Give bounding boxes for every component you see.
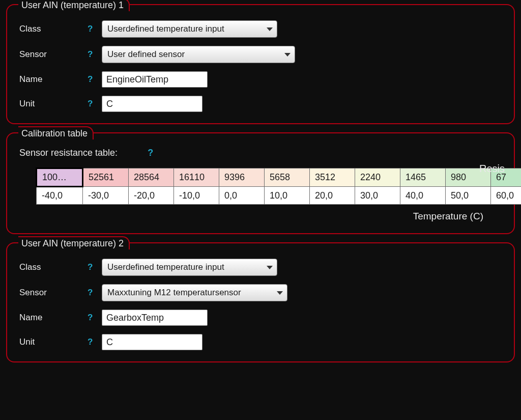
resistance-cell[interactable]: 100… xyxy=(37,169,83,187)
user-ain-temperature-2-panel: User AIN (temperature) 2 Class ? Userdef… xyxy=(6,242,515,362)
resistance-cell[interactable]: 5658 xyxy=(265,169,310,187)
class-select-value: Userdefined temperature input xyxy=(107,24,224,34)
help-icon[interactable]: ? xyxy=(88,313,95,323)
chevron-down-icon xyxy=(284,53,291,57)
temperature-cell[interactable]: 60,0 xyxy=(491,187,522,205)
sensor-row: Sensor ? Maxxtuning M12 temperatursensor xyxy=(19,284,502,301)
panel-legend: User AIN (temperature) 1 xyxy=(18,0,130,11)
sensor-resistance-table-label: Sensor resistance table: ? xyxy=(19,148,502,158)
help-icon[interactable]: ? xyxy=(88,337,95,347)
chevron-down-icon xyxy=(267,266,273,269)
temperature-cell[interactable]: -30,0 xyxy=(83,187,129,205)
sensor-resistance-table[interactable]: 100… 52561 28564 16110 9396 5658 3512 22… xyxy=(36,167,521,205)
unit-label: Unit xyxy=(19,99,80,109)
class-row: Class ? Userdefined temperature input xyxy=(19,20,502,38)
help-icon[interactable]: ? xyxy=(88,74,95,85)
resistance-cell[interactable]: 9396 xyxy=(219,169,265,187)
user-ain-temperature-1-panel: User AIN (temperature) 1 Class ? Userdef… xyxy=(6,4,515,124)
resistance-row: 100… 52561 28564 16110 9396 5658 3512 22… xyxy=(37,169,522,187)
panel-legend: User AIN (temperature) 2 xyxy=(18,236,130,249)
temperature-cell[interactable]: 10,0 xyxy=(265,187,310,205)
sensor-row: Sensor ? User defined sensor xyxy=(19,46,502,63)
resistance-cell[interactable]: 2240 xyxy=(355,169,400,187)
temperature-cell[interactable]: -20,0 xyxy=(129,187,174,205)
resistance-cell[interactable]: 1465 xyxy=(400,169,446,187)
class-select[interactable]: Userdefined temperature input xyxy=(102,20,277,38)
table-label-text: Sensor resistance table: xyxy=(19,148,118,158)
help-icon[interactable]: ? xyxy=(88,49,95,60)
unit-input-value: C xyxy=(106,337,113,348)
unit-row: Unit ? C xyxy=(19,96,502,112)
temperature-cell[interactable]: 40,0 xyxy=(400,187,446,205)
temperature-cell[interactable]: 0,0 xyxy=(219,187,265,205)
chevron-down-icon xyxy=(267,27,273,31)
calibration-table-panel: Calibration table Sensor resistance tabl… xyxy=(6,132,515,234)
temperature-cell[interactable]: -10,0 xyxy=(174,187,219,205)
resistance-cell[interactable]: 3512 xyxy=(310,169,355,187)
resistance-cell[interactable]: 28564 xyxy=(129,169,174,187)
class-label: Class xyxy=(19,24,80,34)
temperature-axis-label: Temperature (C) xyxy=(19,211,483,222)
help-icon[interactable]: ? xyxy=(88,288,95,298)
unit-input[interactable]: C xyxy=(102,96,202,112)
help-icon[interactable]: ? xyxy=(88,99,95,109)
sensor-label: Sensor xyxy=(19,288,80,298)
help-icon[interactable]: ? xyxy=(148,148,153,158)
unit-row: Unit ? C xyxy=(19,334,502,350)
name-input-value: EngineOilTemp xyxy=(106,74,168,85)
panel-legend: Calibration table xyxy=(18,126,94,139)
class-row: Class ? Userdefined temperature input xyxy=(19,259,502,276)
sensor-select[interactable]: User defined sensor xyxy=(102,46,295,63)
name-label: Name xyxy=(19,74,80,85)
sensor-select-value: User defined sensor xyxy=(107,49,185,60)
temperature-cell[interactable]: -40,0 xyxy=(37,187,83,205)
resistance-cell[interactable]: 16110 xyxy=(174,169,219,187)
unit-label: Unit xyxy=(19,337,80,347)
chevron-down-icon xyxy=(277,291,283,295)
class-label: Class xyxy=(19,262,80,272)
sensor-label: Sensor xyxy=(19,49,80,60)
temperature-cell[interactable]: 30,0 xyxy=(355,187,400,205)
help-icon[interactable]: ? xyxy=(88,24,95,34)
name-row: Name ? EngineOilTemp xyxy=(19,71,502,88)
help-icon[interactable]: ? xyxy=(88,262,95,272)
name-row: Name ? GearboxTemp xyxy=(19,310,502,326)
name-label: Name xyxy=(19,313,80,323)
temperature-cell[interactable]: 50,0 xyxy=(446,187,491,205)
name-input-value: GearboxTemp xyxy=(106,313,164,323)
resistance-cell[interactable]: 52561 xyxy=(83,169,129,187)
unit-input[interactable]: C xyxy=(102,334,202,350)
temperature-row: -40,0 -30,0 -20,0 -10,0 0,0 10,0 20,0 30… xyxy=(37,187,522,205)
sensor-select[interactable]: Maxxtuning M12 temperatursensor xyxy=(102,284,287,301)
temperature-cell[interactable]: 20,0 xyxy=(310,187,355,205)
name-input[interactable]: GearboxTemp xyxy=(102,310,208,326)
sensor-select-value: Maxxtuning M12 temperatursensor xyxy=(107,288,241,298)
unit-input-value: C xyxy=(106,99,113,109)
class-select[interactable]: Userdefined temperature input xyxy=(102,259,277,276)
class-select-value: Userdefined temperature input xyxy=(107,262,224,272)
name-input[interactable]: EngineOilTemp xyxy=(102,71,208,88)
resistance-axis-label-truncated: Resis xyxy=(479,163,505,175)
